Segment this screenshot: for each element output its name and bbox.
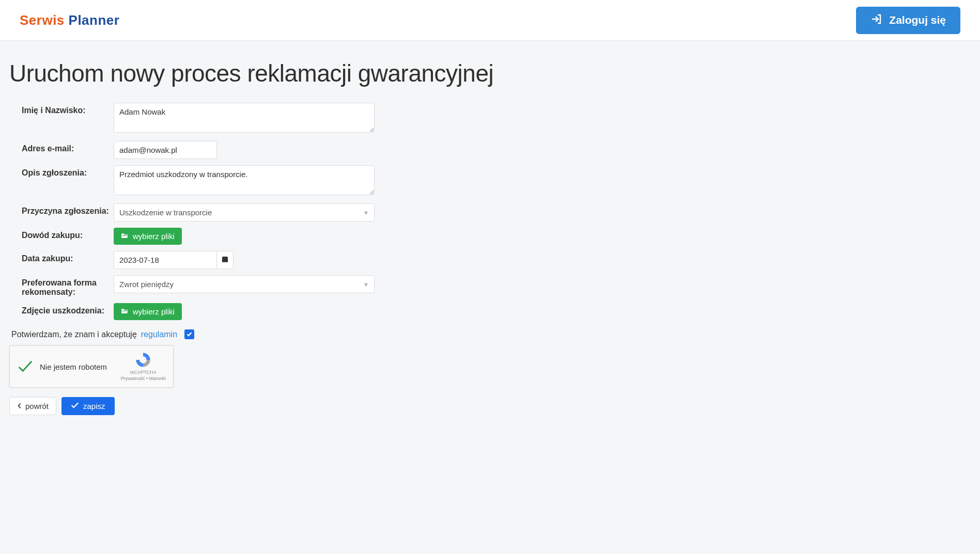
calendar-icon bbox=[221, 255, 229, 265]
proof-label: Dowód zakupu: bbox=[22, 228, 114, 240]
chevron-down-icon: ▼ bbox=[363, 281, 369, 288]
terms-checkbox[interactable] bbox=[184, 329, 194, 339]
logo-part2: Planner bbox=[65, 12, 120, 28]
calendar-button[interactable] bbox=[217, 251, 234, 269]
recaptcha-logo-icon bbox=[134, 351, 152, 369]
terms-link[interactable]: regulamin bbox=[141, 330, 177, 339]
page-title: Uruchom nowy proces reklamacji gwarancyj… bbox=[9, 59, 971, 87]
login-button[interactable]: Zaloguj się bbox=[856, 7, 960, 34]
login-label: Zaloguj się bbox=[889, 14, 946, 26]
photo-file-button[interactable]: wybierz pliki bbox=[114, 303, 182, 320]
save-label: zapisz bbox=[83, 402, 105, 410]
login-icon bbox=[870, 13, 883, 28]
logo: Serwis Planner bbox=[20, 12, 119, 28]
compensation-value: Zwrot pieniędzy bbox=[119, 280, 174, 289]
check-icon bbox=[71, 402, 79, 410]
chevron-left-icon bbox=[17, 402, 22, 410]
file-button-label: wybierz pliki bbox=[133, 232, 175, 241]
logo-part1: Serwis bbox=[20, 12, 65, 28]
folder-open-icon bbox=[121, 232, 129, 241]
back-button[interactable]: powrót bbox=[9, 397, 56, 415]
chevron-down-icon: ▼ bbox=[363, 210, 369, 216]
date-label: Data zakupu: bbox=[22, 251, 114, 263]
recaptcha-badge: reCAPTCHA Prywatność • Warunki bbox=[121, 351, 166, 382]
name-input[interactable] bbox=[114, 103, 375, 133]
terms-row: Potwierdzam, że znam i akceptuję regulam… bbox=[11, 329, 971, 339]
reason-select[interactable]: Uszkodzenie w transporcie ▼ bbox=[114, 203, 375, 221]
terms-prefix: Potwierdzam, że znam i akceptuję bbox=[11, 330, 137, 339]
reason-label: Przyczyna zgłoszenia: bbox=[22, 203, 114, 216]
compensation-label: Preferowana forma rekomensaty: bbox=[22, 275, 114, 297]
reason-value: Uszkodzenie w transporcie bbox=[119, 208, 212, 217]
folder-open-icon bbox=[121, 307, 129, 316]
compensation-select[interactable]: Zwrot pieniędzy ▼ bbox=[114, 275, 375, 293]
proof-file-button[interactable]: wybierz pliki bbox=[114, 228, 182, 245]
name-label: Imię i Nazwisko: bbox=[22, 103, 114, 115]
email-label: Adres e-mail: bbox=[22, 141, 114, 153]
recaptcha-badge-title: reCAPTCHA bbox=[121, 370, 166, 376]
content: Uruchom nowy proces reklamacji gwarancyj… bbox=[0, 41, 980, 436]
save-button[interactable]: zapisz bbox=[61, 397, 115, 415]
photo-label: Zdjęcie uszkodzenia: bbox=[22, 303, 114, 315]
recaptcha-checkmark-icon bbox=[17, 359, 33, 374]
recaptcha-text: Nie jestem robotem bbox=[40, 362, 114, 371]
purchase-date-field[interactable] bbox=[114, 251, 217, 269]
recaptcha-badge-sub: Prywatność • Warunki bbox=[121, 376, 166, 382]
form-actions: powrót zapisz bbox=[9, 397, 971, 415]
back-label: powrót bbox=[25, 402, 49, 410]
desc-label: Opis zgłoszenia: bbox=[22, 165, 114, 178]
recaptcha-widget: Nie jestem robotem reCAPTCHA Prywatność … bbox=[9, 345, 174, 388]
desc-input[interactable] bbox=[114, 165, 375, 195]
header: Serwis Planner Zaloguj się bbox=[0, 0, 980, 41]
file-button-label: wybierz pliki bbox=[133, 307, 175, 316]
email-field[interactable] bbox=[114, 141, 217, 159]
